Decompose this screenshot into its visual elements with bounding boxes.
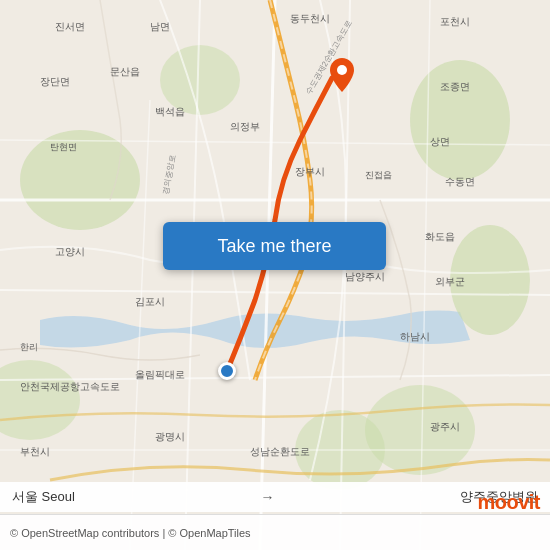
svg-text:김포시: 김포시 (135, 296, 165, 307)
svg-point-49 (337, 65, 347, 75)
svg-text:하남시: 하남시 (400, 331, 430, 342)
arrow-icon: → (260, 489, 274, 505)
map-background: 진서면 남면 동두천시 포천시 장단면 문산읍 탄현면 백석읍 의정부 조종면 … (0, 0, 550, 550)
svg-text:장단면: 장단면 (40, 76, 70, 87)
svg-text:안천국제공항고속도로: 안천국제공항고속도로 (20, 381, 120, 392)
svg-text:문산읍: 문산읍 (110, 66, 140, 77)
svg-text:탄현면: 탄현면 (50, 142, 77, 152)
svg-text:고양시: 고양시 (55, 246, 85, 257)
svg-text:남면: 남면 (150, 21, 170, 32)
take-me-there-button[interactable]: Take me there (163, 222, 386, 270)
svg-text:장부시: 장부시 (295, 166, 325, 177)
attribution-text: © OpenStreetMap contributors | © OpenMap… (10, 527, 540, 539)
svg-text:상면: 상면 (430, 136, 450, 147)
svg-text:조종면: 조종면 (440, 81, 470, 92)
map-container: 진서면 남면 동두천시 포천시 장단면 문산읍 탄현면 백석읍 의정부 조종면 … (0, 0, 550, 550)
destination-pin (330, 58, 354, 92)
svg-text:남양주시: 남양주시 (345, 271, 385, 282)
svg-text:외부군: 외부군 (435, 276, 465, 287)
svg-text:수동면: 수동면 (445, 176, 475, 187)
svg-text:올림픽대로: 올림픽대로 (135, 369, 185, 380)
svg-point-1 (20, 130, 140, 230)
svg-text:의정부: 의정부 (230, 121, 260, 132)
svg-text:광주시: 광주시 (430, 421, 460, 432)
svg-text:광명시: 광명시 (155, 431, 185, 442)
svg-text:진접읍: 진접읍 (365, 170, 392, 180)
moovit-logo: moovit (477, 491, 540, 514)
svg-text:백석읍: 백석읍 (155, 106, 185, 117)
origin-label: 서울 Seoul (12, 488, 75, 506)
svg-text:성남순환도로: 성남순환도로 (250, 446, 310, 457)
svg-text:한리: 한리 (20, 342, 38, 352)
svg-text:부천시: 부천시 (20, 446, 50, 457)
svg-text:진서면: 진서면 (55, 21, 85, 32)
svg-text:화도읍: 화도읍 (425, 231, 455, 242)
svg-text:포천시: 포천시 (440, 16, 470, 27)
bottom-route-bar: 서울 Seoul → 양주중앙병원 (0, 482, 550, 512)
svg-point-6 (160, 45, 240, 115)
footer-attribution-bar: © OpenStreetMap contributors | © OpenMap… (0, 514, 550, 550)
svg-point-2 (410, 60, 510, 180)
svg-text:동두천시: 동두천시 (290, 13, 330, 24)
origin-dot (218, 362, 236, 380)
